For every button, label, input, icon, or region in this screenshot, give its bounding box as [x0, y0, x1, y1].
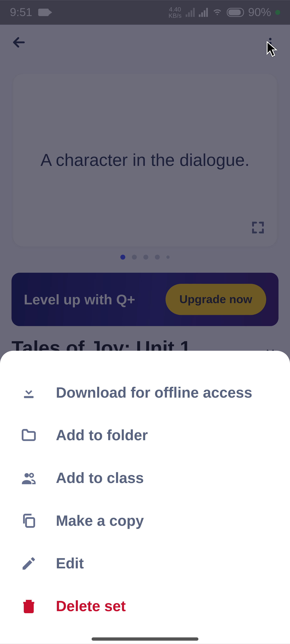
menu-label: Make a copy [56, 512, 144, 530]
trash-icon [20, 597, 38, 615]
svg-point-7 [30, 474, 33, 477]
folder-icon [20, 426, 38, 444]
download-icon [20, 384, 38, 402]
menu-label: Delete set [56, 598, 126, 615]
menu-edit[interactable]: Edit [0, 542, 290, 585]
menu-label: Edit [56, 555, 84, 572]
svg-point-6 [24, 473, 29, 478]
menu-add-class[interactable]: Add to class [0, 457, 290, 500]
menu-delete[interactable]: Delete set [0, 585, 290, 628]
menu-label: Add to class [56, 470, 144, 487]
pencil-icon [20, 554, 38, 572]
svg-rect-8 [26, 518, 34, 527]
people-icon [20, 469, 38, 487]
bottom-sheet: Download for offline access Add to folde… [0, 351, 290, 644]
menu-make-copy[interactable]: Make a copy [0, 499, 290, 542]
menu-add-folder[interactable]: Add to folder [0, 414, 290, 457]
menu-download[interactable]: Download for offline access [0, 371, 290, 414]
copy-icon [20, 512, 38, 530]
home-indicator[interactable] [92, 638, 198, 641]
menu-label: Add to folder [56, 427, 148, 444]
menu-label: Download for offline access [56, 384, 252, 401]
phone-screen: 9:51 4.40 KB/s 90% [0, 0, 290, 644]
svg-rect-5 [24, 396, 34, 398]
